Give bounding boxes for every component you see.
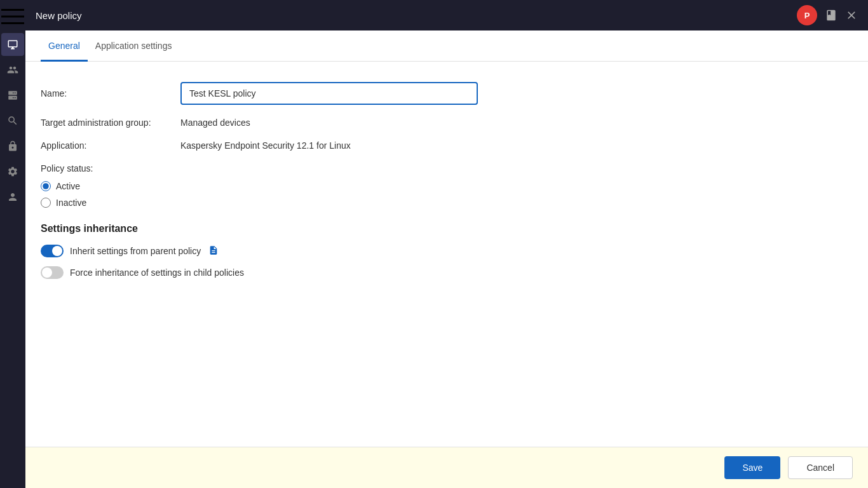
modal-footer: Save Cancel — [25, 447, 868, 488]
policy-status-label: Policy status: — [41, 163, 853, 173]
inherit-toggle[interactable] — [41, 245, 64, 257]
top-bar: New policy P — [25, 0, 868, 30]
cancel-button[interactable]: Cancel — [788, 456, 853, 479]
settings-inheritance-section: Settings inheritance Inherit settings fr… — [41, 223, 853, 279]
radio-inactive[interactable]: Inactive — [41, 198, 853, 208]
modal-content: Name: Target administration group: Manag… — [25, 62, 868, 447]
target-group-row: Target administration group: Managed dev… — [41, 118, 853, 128]
user-avatar[interactable]: P — [797, 5, 817, 25]
inherit-label: Inherit settings from parent policy — [70, 246, 201, 256]
inherit-toggle-row: Inherit settings from parent policy — [41, 245, 853, 257]
force-label: Force inheritance of settings in child p… — [70, 268, 244, 278]
sidebar-item-monitor[interactable] — [1, 33, 24, 56]
hamburger-menu[interactable] — [1, 5, 24, 28]
force-toggle[interactable] — [41, 266, 64, 279]
main-area: New policy P General Application setting… — [25, 0, 868, 488]
application-row: Application: Kaspersky Endpoint Security… — [41, 140, 853, 151]
sidebar-item-settings[interactable] — [1, 160, 24, 183]
application-label: Application: — [41, 140, 180, 151]
sidebar — [0, 0, 25, 488]
name-input[interactable] — [180, 82, 478, 105]
radio-active[interactable]: Active — [41, 181, 853, 191]
policy-status-section: Policy status: Active Inactive — [41, 163, 853, 208]
inherit-thumb — [52, 246, 62, 256]
modal-container: General Application settings Name: Targe… — [25, 30, 868, 488]
sidebar-item-search[interactable] — [1, 109, 24, 132]
tabs-bar: General Application settings — [25, 30, 868, 62]
close-icon[interactable] — [845, 9, 858, 22]
target-group-label: Target administration group: — [41, 118, 180, 128]
sidebar-item-server[interactable] — [1, 84, 24, 107]
force-thumb — [42, 268, 52, 278]
force-toggle-row: Force inheritance of settings in child p… — [41, 266, 853, 279]
name-row: Name: — [41, 82, 853, 105]
sidebar-item-user[interactable] — [1, 186, 24, 208]
radio-group: Active Inactive — [41, 181, 853, 208]
target-group-value: Managed devices — [180, 118, 250, 128]
application-value: Kaspersky Endpoint Security 12.1 for Lin… — [180, 140, 351, 151]
svg-rect-2 — [1, 22, 24, 24]
book-icon[interactable] — [825, 9, 837, 22]
name-label: Name: — [41, 88, 180, 98]
radio-active-input[interactable] — [41, 181, 51, 191]
save-button[interactable]: Save — [724, 456, 780, 479]
sidebar-item-people[interactable] — [1, 58, 24, 81]
help-icon[interactable] — [208, 245, 219, 257]
svg-rect-1 — [1, 16, 24, 18]
page-title: New policy — [36, 10, 82, 21]
radio-inactive-input[interactable] — [41, 198, 51, 208]
sidebar-item-lock[interactable] — [1, 135, 24, 158]
top-bar-actions: P — [797, 5, 858, 25]
radio-inactive-label: Inactive — [56, 198, 86, 208]
tab-app-settings[interactable]: Application settings — [88, 30, 180, 62]
tab-general[interactable]: General — [41, 30, 88, 62]
svg-rect-0 — [1, 9, 24, 11]
section-title: Settings inheritance — [41, 223, 853, 234]
radio-active-label: Active — [56, 181, 80, 191]
